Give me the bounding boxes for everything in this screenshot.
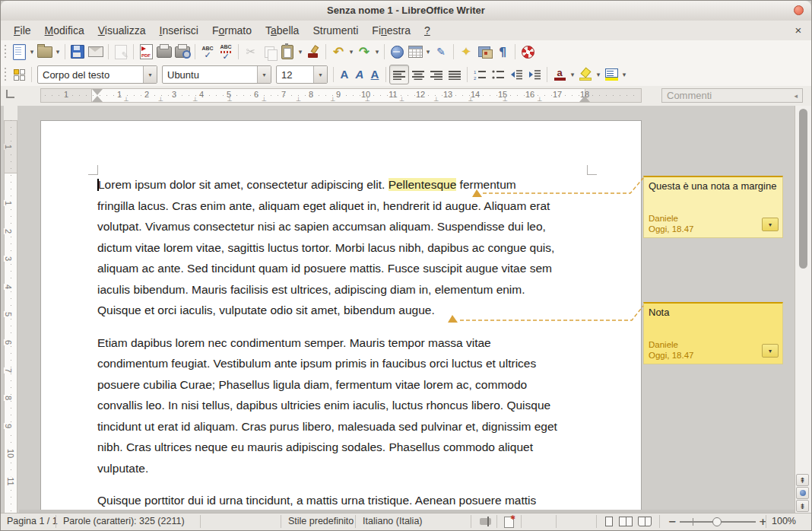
insert-table-dropdown[interactable]: ▾ [424,43,432,61]
redo-dropdown[interactable]: ▾ [373,43,381,61]
menu-visualizza[interactable]: Visualizza [91,22,153,39]
align-center-button[interactable] [409,65,427,84]
menu-tabella[interactable]: Tabella [259,22,306,39]
font-size-dropdown[interactable]: ▾ [313,66,327,83]
next-page-button[interactable]: ⇟ [796,500,809,512]
left-indent-marker[interactable] [92,96,103,102]
book-view-icon[interactable] [638,517,652,526]
previous-page-button[interactable]: ⇞ [796,474,809,486]
decrease-indent-button[interactable] [507,65,525,84]
collapse-comments-icon[interactable]: ◂ [794,92,798,100]
paragraph-background-dropdown[interactable]: ▾ [620,65,628,84]
new-document-dropdown[interactable]: ▾ [28,43,36,61]
redo-button[interactable]: ↷ [355,43,373,61]
font-name-combo[interactable]: Ubuntu ▾ [162,65,271,84]
clone-formatting-button[interactable] [304,43,322,61]
toolbar-handle[interactable] [3,68,8,81]
gallery-button[interactable] [475,43,493,61]
multi-page-view-icon[interactable] [619,517,633,526]
paragraph-style-combo[interactable]: Corpo del testo ▾ [37,65,157,84]
paragraph-background-button[interactable] [602,65,620,84]
close-document-icon[interactable]: × [791,24,805,37]
font-name-value[interactable]: Ubuntu [163,69,257,81]
print-preview-button[interactable] [173,43,192,61]
font-size-value[interactable]: 12 [277,69,313,81]
paragraph-style-dropdown[interactable]: ▾ [143,66,157,83]
auto-spellcheck-button[interactable]: ABC✓ [217,43,235,61]
zoom-slider-knob[interactable] [712,517,722,526]
paste-button[interactable] [278,43,297,61]
highlighting-dropdown[interactable]: ▾ [595,65,602,84]
show-draw-functions-button[interactable]: ✎ [432,43,450,61]
word-count-status[interactable]: Parole (caratteri): 325 (2211) [63,516,185,526]
zoom-out-icon[interactable]: − [668,516,677,527]
window-close-button[interactable] [794,5,804,15]
paragraph-style-value[interactable]: Corpo del testo [38,69,143,81]
underline-button[interactable]: A [367,65,382,84]
right-indent-marker[interactable] [579,96,590,102]
email-document-button[interactable] [87,43,105,61]
font-size-combo[interactable]: 12 ▾ [276,65,328,84]
document-text[interactable]: Lorem ipsum dolor sit amet, consectetur … [97,174,599,515]
note-text[interactable]: Questa è una nota a margine [649,180,776,192]
open-button[interactable] [36,43,54,61]
save-button[interactable] [68,43,87,61]
note-text[interactable]: Nota [649,307,669,318]
first-line-indent-marker[interactable] [92,89,103,95]
menu-?[interactable]: ? [417,22,437,39]
vertical-ruler[interactable]: 11234567891011 [4,106,17,515]
new-document-button[interactable] [10,43,28,61]
note-menu-dropdown[interactable]: ▾ [762,218,779,231]
hyperlink-button[interactable] [388,43,406,61]
align-left-button[interactable] [389,65,409,84]
ordered-list-button[interactable]: 12 [471,65,489,84]
justify-button[interactable] [446,65,464,84]
page-number-status[interactable]: Pagina 1 / 1 [7,516,58,526]
menu-strumenti[interactable]: Strumenti [306,22,365,39]
horizontal-ruler[interactable]: 1123456789101112131415161718⊥⊥⊥⊥⊥⊥⊥⊥⊥⊥⊥⊥… [19,88,796,103]
print-button[interactable] [155,43,173,61]
unordered-list-button[interactable] [489,65,507,84]
toolbar-handle[interactable] [3,45,8,59]
insert-table-button[interactable] [406,43,424,61]
zoom-level-status[interactable]: 100% [772,516,796,526]
edit-file-button[interactable] [112,43,130,61]
margin-note-1[interactable]: Questa è una nota a margine Daniele Oggi… [643,176,783,238]
cut-button[interactable]: ✂ [242,43,260,61]
language-status[interactable]: Italiano (Italia) [363,516,423,526]
align-right-button[interactable] [427,65,446,84]
document-modified-icon[interactable] [504,517,514,528]
export-pdf-button[interactable]: PDF [137,43,155,61]
help-button[interactable] [519,43,537,61]
navigation-button[interactable] [796,487,809,499]
menu-formato[interactable]: Formato [205,22,259,39]
italic-button[interactable]: A [352,65,367,84]
font-name-dropdown[interactable]: ▾ [257,66,271,83]
formatting-marks-button[interactable]: ¶ [493,43,512,61]
copy-button[interactable] [260,43,278,61]
menu-inserisci[interactable]: Inserisci [153,22,205,39]
menu-finestra[interactable]: Finestra [365,22,417,39]
page-style-status[interactable]: Stile predefinito [288,516,354,526]
document-page[interactable]: Lorem ipsum dolor sit amet, consectetur … [40,120,642,515]
font-color-button[interactable]: a [550,65,569,84]
bold-button[interactable]: A [337,65,352,84]
paste-dropdown[interactable]: ▾ [297,43,304,61]
increase-indent-button[interactable] [525,65,544,84]
open-dropdown[interactable]: ▾ [54,43,62,61]
menu-file[interactable]: File [7,22,38,39]
vertical-scrollbar[interactable]: ⇞ ⇟ [795,106,811,515]
font-color-dropdown[interactable]: ▾ [569,65,576,84]
styles-button[interactable] [10,65,28,84]
note-menu-dropdown[interactable]: ▾ [762,344,779,358]
scrollbar-thumb[interactable] [799,109,807,269]
tabstop-type-selector[interactable] [6,90,14,98]
spellcheck-button[interactable]: ABC✓ [198,43,217,61]
menu-modifica[interactable]: Modifica [38,22,91,39]
highlighting-color-button[interactable] [576,65,595,84]
selection-mode-icon[interactable] [480,518,491,525]
undo-dropdown[interactable]: ▾ [347,43,355,61]
undo-button[interactable]: ↶ [329,43,347,61]
single-page-view-icon[interactable] [605,517,613,526]
margin-note-2[interactable]: Nota Daniele Oggi, 18.47 ▾ [643,302,783,364]
